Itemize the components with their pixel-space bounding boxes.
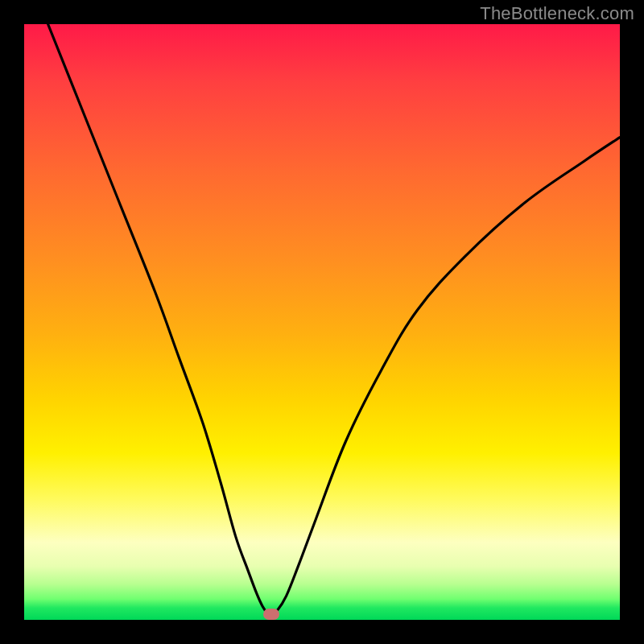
plot-area	[24, 24, 620, 620]
chart-frame: TheBottleneck.com	[0, 0, 644, 644]
bottleneck-curve	[24, 24, 620, 620]
watermark-text: TheBottleneck.com	[480, 3, 634, 24]
optimum-marker	[263, 609, 279, 620]
